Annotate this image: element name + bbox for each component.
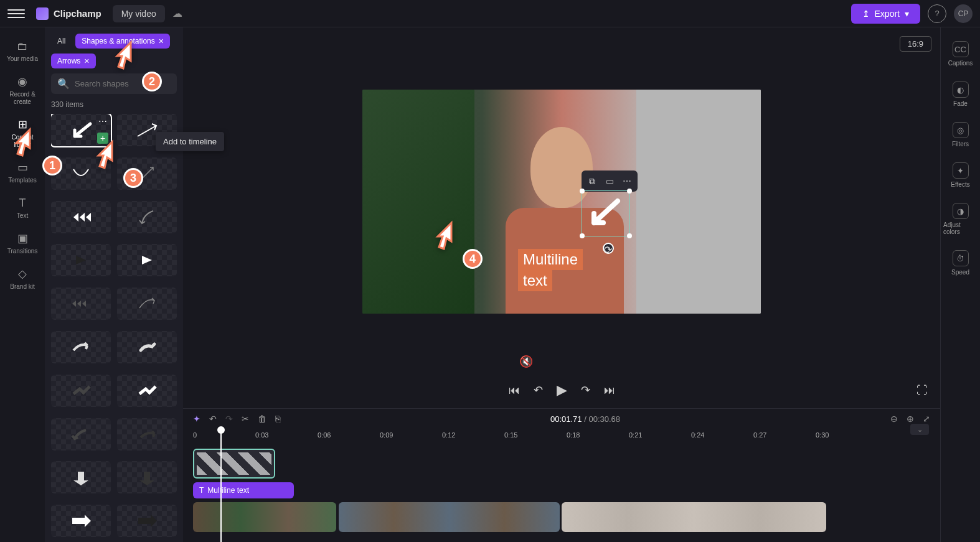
shape-tile[interactable]: [51, 375, 111, 407]
copy-button[interactable]: ⎘: [275, 414, 280, 424]
rail-your-media[interactable]: 🗀Your media: [0, 34, 45, 69]
arrow-icon: [68, 468, 93, 487]
timeline[interactable]: ⌄ 00:030:060:090:120:150:180:210:240:270…: [183, 429, 940, 542]
rail-content-library[interactable]: ⊞Content library: [0, 112, 45, 155]
shape-tile[interactable]: [117, 287, 177, 320]
shape-tile[interactable]: [117, 331, 177, 363]
rail-templates[interactable]: ▭Templates: [0, 155, 45, 190]
zoom-out-button[interactable]: ⊖: [890, 414, 898, 424]
track-video[interactable]: [193, 502, 930, 532]
chip-shapes-annotations[interactable]: Shapes & annotations×: [75, 34, 170, 49]
skip-back-button[interactable]: ⏮: [509, 384, 520, 397]
zoom-in-button[interactable]: ⊕: [907, 414, 914, 424]
text-icon: T: [16, 197, 29, 210]
arrow-icon: [134, 294, 159, 313]
redo-button[interactable]: ↷: [225, 414, 233, 424]
library-icon: ⊞: [16, 118, 29, 132]
shape-tile[interactable]: [117, 375, 177, 407]
shape-tile[interactable]: [117, 505, 177, 537]
right-adjust-colors[interactable]: ◑Adjust colors: [941, 195, 980, 243]
resize-handle[interactable]: [580, 189, 585, 194]
right-effects[interactable]: ✦Effects: [941, 155, 980, 195]
text-overlay[interactable]: Multiline text: [518, 249, 583, 291]
arrow-overlay[interactable]: [587, 198, 624, 229]
arrow-icon: [134, 338, 159, 357]
no-audio-icon[interactable]: 🔇: [519, 355, 533, 368]
app-logo[interactable]: Clipchamp: [36, 7, 101, 20]
preview-wrapper: 16:9 ⧉ ▭ ⋯ ⟳ Multiline: [183, 27, 940, 376]
timeline-ruler[interactable]: 00:030:060:090:120:150:180:210:240:270:3…: [193, 429, 930, 444]
clip-video-3[interactable]: [562, 502, 826, 532]
shape-tile[interactable]: [51, 244, 111, 276]
shape-tile[interactable]: [51, 157, 111, 190]
project-name[interactable]: My video: [113, 5, 165, 22]
track-text[interactable]: T Multiline text: [193, 482, 930, 498]
shape-tile[interactable]: [51, 331, 111, 363]
split-button[interactable]: ✂: [242, 414, 249, 424]
shape-tile[interactable]: [51, 201, 111, 233]
speed-icon: ⏱: [953, 250, 969, 266]
resize-handle[interactable]: [627, 233, 632, 238]
resize-handle[interactable]: [627, 189, 632, 194]
search-box[interactable]: 🔍: [51, 73, 177, 94]
aspect-ratio-badge[interactable]: 16:9: [900, 36, 931, 52]
shape-tile[interactable]: [117, 157, 177, 190]
rail-text[interactable]: TText: [0, 190, 45, 226]
sync-off-icon[interactable]: ☁: [172, 7, 182, 19]
shape-tile-arrow-diag[interactable]: ⋯ +: [51, 114, 111, 146]
clip-video-2[interactable]: [339, 502, 560, 532]
zoom-fit-button[interactable]: ⤢: [923, 414, 930, 424]
fullscreen-button[interactable]: ⛶: [916, 384, 928, 397]
shape-tile[interactable]: [51, 461, 111, 493]
clip-arrow-shape[interactable]: [193, 449, 275, 479]
undo-button[interactable]: ↶: [209, 414, 217, 424]
close-icon[interactable]: ×: [159, 37, 164, 45]
chip-arrows[interactable]: Arrows×: [51, 54, 96, 68]
pip-button[interactable]: ▭: [601, 173, 618, 189]
right-speed[interactable]: ⏱Speed: [941, 243, 980, 283]
rotate-handle[interactable]: ⟳: [603, 243, 614, 254]
arrow-icon: [68, 208, 93, 227]
rail-brand-kit[interactable]: ◇Brand kit: [0, 261, 45, 297]
crop-button[interactable]: ⧉: [584, 173, 600, 189]
skip-forward-button[interactable]: ⏭: [604, 384, 615, 397]
clip-multiline-text[interactable]: T Multiline text: [193, 482, 294, 498]
right-filters[interactable]: ◎Filters: [941, 114, 980, 155]
more-button[interactable]: ⋯: [619, 173, 635, 189]
right-captions[interactable]: CCCaptions: [941, 34, 980, 74]
track-shape[interactable]: [193, 449, 930, 479]
chevron-down-icon: ▾: [905, 9, 909, 19]
close-icon[interactable]: ×: [84, 57, 89, 65]
rewind-button[interactable]: ↶: [534, 383, 543, 397]
shape-tile[interactable]: [51, 505, 111, 537]
delete-button[interactable]: 🗑: [258, 414, 266, 424]
forward-button[interactable]: ↷: [581, 383, 590, 397]
resize-handle[interactable]: [580, 233, 585, 238]
shape-tile[interactable]: [51, 418, 111, 451]
shape-tile[interactable]: [117, 418, 177, 451]
search-input[interactable]: [75, 79, 179, 88]
right-fade[interactable]: ◐Fade: [941, 74, 980, 114]
menu-button[interactable]: [7, 5, 25, 22]
ruler-mark: 0:09: [380, 431, 393, 439]
more-icon[interactable]: ⋯: [98, 116, 107, 126]
clip-video-1[interactable]: [193, 502, 336, 532]
play-button[interactable]: ▶: [557, 382, 567, 398]
arrow-icon: [68, 338, 93, 357]
rail-record-create[interactable]: ◉Record & create: [0, 69, 45, 112]
user-avatar[interactable]: CP: [954, 4, 973, 23]
shape-tile[interactable]: [117, 461, 177, 493]
add-to-timeline-button[interactable]: +: [97, 133, 108, 144]
rail-transitions[interactable]: ▣Transitions: [0, 226, 45, 261]
playhead[interactable]: [220, 429, 222, 542]
shape-tile[interactable]: [51, 287, 111, 320]
help-button[interactable]: ?: [928, 4, 946, 23]
shape-tile[interactable]: [117, 201, 177, 233]
ai-button[interactable]: ✦: [193, 414, 200, 424]
ruler-mark: 0:15: [504, 431, 517, 439]
arrow-icon: [134, 425, 159, 444]
export-button[interactable]: ↥ Export ▾: [851, 4, 920, 24]
arrow-icon: [68, 425, 93, 444]
chip-all[interactable]: All: [51, 34, 72, 49]
shape-tile[interactable]: [117, 244, 177, 276]
